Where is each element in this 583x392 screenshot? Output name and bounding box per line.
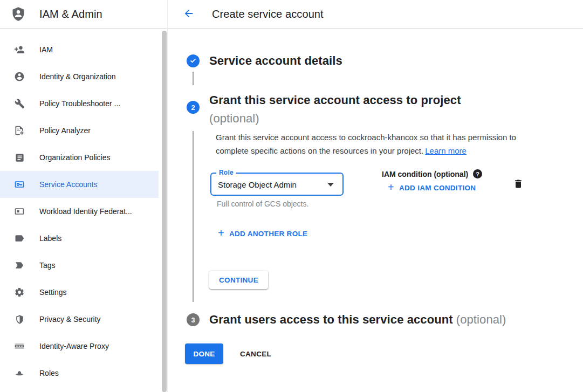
id-card-icon bbox=[13, 205, 25, 217]
sidebar-item-label: IAM bbox=[39, 45, 53, 54]
sidebar-item-service-accounts[interactable]: Service Accounts bbox=[0, 171, 159, 198]
label-icon bbox=[13, 232, 25, 244]
iam-condition-label: IAM condition (optional) bbox=[382, 170, 468, 178]
person-add-icon bbox=[13, 44, 25, 56]
sidebar-item-labels[interactable]: Labels bbox=[0, 225, 159, 252]
sidebar-item-label: Policy Troubleshooter ... bbox=[39, 99, 120, 108]
step2-title[interactable]: Grant this service account access to pro… bbox=[209, 91, 461, 128]
role-field-label: Role bbox=[216, 169, 236, 176]
sidebar-item-identity-organization[interactable]: Identity & Organization bbox=[0, 63, 159, 90]
sidebar-title: IAM & Admin bbox=[39, 8, 102, 20]
add-another-role-label: ADD ANOTHER ROLE bbox=[229, 230, 307, 238]
sidebar-header: IAM & Admin bbox=[0, 0, 167, 29]
step2-description: Grant this service account access to coc… bbox=[216, 130, 535, 157]
sidebar-item-tags[interactable]: Tags bbox=[0, 252, 159, 279]
sidebar-item-label: Privacy & Security bbox=[39, 315, 101, 324]
iam-admin-shield-icon bbox=[11, 6, 26, 22]
done-button[interactable]: DONE bbox=[185, 343, 223, 364]
add-iam-condition-button[interactable]: + ADD IAM CONDITION bbox=[388, 183, 476, 192]
step2-optional-label: (optional) bbox=[209, 109, 461, 128]
arrow-left-icon bbox=[183, 8, 195, 21]
sidebar-item-policy-analyzer[interactable]: Policy Analyzer bbox=[0, 117, 159, 144]
sidebar-item-label: Labels bbox=[39, 234, 61, 243]
step2-title-text: Grant this service account access to pro… bbox=[209, 93, 461, 107]
help-icon[interactable]: ? bbox=[473, 169, 482, 178]
shield-icon bbox=[13, 313, 25, 325]
sidebar-item-label: Tags bbox=[39, 261, 56, 270]
hat-icon bbox=[13, 367, 25, 379]
gear-icon bbox=[13, 286, 25, 298]
sidebar-item-label: Settings bbox=[39, 288, 67, 297]
sidebar-item-privacy-security[interactable]: Privacy & Security bbox=[0, 306, 159, 333]
trash-icon bbox=[513, 178, 524, 191]
iam-condition-label-row: IAM condition (optional) ? bbox=[382, 169, 482, 178]
check-icon bbox=[189, 57, 197, 66]
sidebar-item-iam[interactable]: IAM bbox=[0, 36, 159, 63]
sidebar-item-identity-aware-proxy[interactable]: Identity-Aware Proxy bbox=[0, 333, 159, 360]
sidebar-item-label: Workload Identity Federat... bbox=[39, 207, 132, 216]
sidebar-item-label: Policy Analyzer bbox=[39, 126, 91, 135]
sidebar: IAM & Admin IAM Identity & Organization … bbox=[0, 0, 168, 392]
sidebar-item-organization-policies[interactable]: Organization Policies bbox=[0, 144, 159, 171]
step3-title[interactable]: Grant users access to this service accou… bbox=[209, 313, 506, 327]
proxy-icon bbox=[13, 340, 25, 352]
service-account-icon bbox=[13, 178, 25, 190]
continue-button[interactable]: CONTINUE bbox=[209, 271, 268, 289]
wrench-icon bbox=[13, 98, 25, 109]
step-connector-line bbox=[193, 131, 194, 302]
step1-complete-badge bbox=[187, 54, 200, 67]
step1-title[interactable]: Service account details bbox=[209, 54, 342, 68]
policy-analyzer-icon bbox=[13, 125, 25, 136]
sidebar-scrollbar[interactable] bbox=[162, 31, 167, 392]
role-hint-text: Full control of GCS objects. bbox=[217, 200, 308, 208]
step-connector-line bbox=[193, 72, 194, 85]
step3-optional-label: (optional) bbox=[456, 313, 506, 326]
sidebar-item-settings[interactable]: Settings bbox=[0, 279, 159, 306]
role-dropdown[interactable]: Role Storage Object Admin bbox=[210, 173, 344, 196]
sidebar-item-label: Roles bbox=[39, 369, 59, 377]
role-selected-value: Storage Object Admin bbox=[218, 180, 297, 189]
cancel-button[interactable]: CANCEL bbox=[240, 343, 271, 364]
main-content: Create service account Service account d… bbox=[168, 0, 583, 392]
add-iam-condition-label: ADD IAM CONDITION bbox=[399, 184, 476, 192]
sidebar-item-label: Identity-Aware Proxy bbox=[39, 342, 109, 350]
sidebar-item-roles[interactable]: Roles bbox=[0, 360, 159, 387]
sidebar-item-label: Identity & Organization bbox=[39, 72, 116, 81]
sidebar-item-workload-identity-federation[interactable]: Workload Identity Federat... bbox=[0, 198, 159, 225]
sidebar-item-label: Organization Policies bbox=[39, 153, 111, 162]
plus-icon: + bbox=[218, 228, 224, 238]
plus-icon: + bbox=[388, 182, 394, 192]
caret-down-icon bbox=[327, 183, 334, 187]
learn-more-link[interactable]: Learn more bbox=[425, 146, 467, 155]
step3-title-text: Grant users access to this service accou… bbox=[209, 313, 453, 326]
document-icon bbox=[13, 152, 25, 163]
sidebar-item-policy-troubleshooter[interactable]: Policy Troubleshooter ... bbox=[0, 90, 159, 117]
sidebar-nav: IAM Identity & Organization Policy Troub… bbox=[0, 29, 167, 387]
add-another-role-button[interactable]: + ADD ANOTHER ROLE bbox=[218, 229, 307, 238]
sidebar-item-label: Service Accounts bbox=[39, 180, 97, 189]
page-header: Create service account bbox=[168, 0, 583, 29]
step2-description-text: Grant this service account access to coc… bbox=[216, 133, 516, 155]
back-button[interactable] bbox=[182, 8, 195, 20]
page-title: Create service account bbox=[212, 8, 324, 20]
delete-role-button[interactable] bbox=[511, 177, 525, 191]
tag-icon bbox=[13, 259, 25, 271]
step3-number-badge: 3 bbox=[187, 313, 200, 326]
account-circle-icon bbox=[13, 71, 25, 82]
step2-number-badge: 2 bbox=[187, 101, 200, 114]
gcp-console-screen: IAM & Admin IAM Identity & Organization … bbox=[0, 0, 583, 392]
